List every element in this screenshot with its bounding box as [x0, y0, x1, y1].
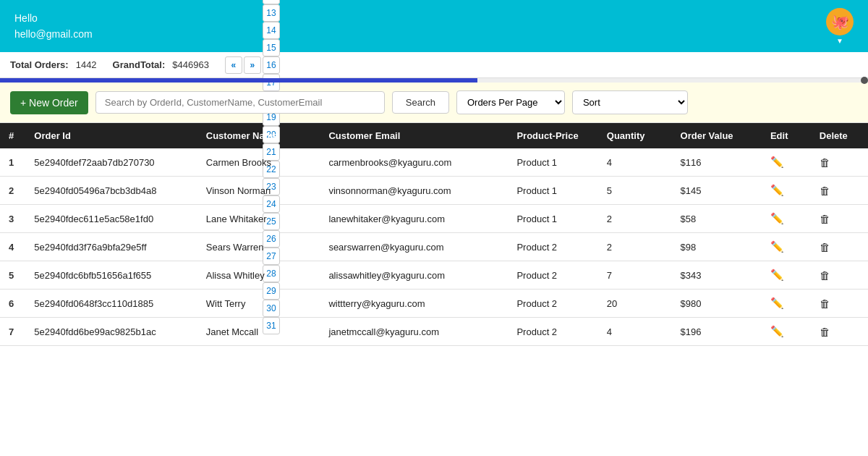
page-btn-14[interactable]: 14	[263, 22, 280, 39]
row-value: $196	[672, 318, 762, 346]
user-name: Hello	[14, 10, 93, 26]
page-btn-15[interactable]: 15	[263, 39, 280, 56]
table-row: 3 5e2940fdec611e5ac58e1fd0 Lane Whitaker…	[0, 205, 868, 233]
row-value: $980	[672, 290, 762, 318]
row-num: 6	[0, 290, 25, 318]
delete-icon[interactable]: 🗑	[820, 326, 830, 338]
row-email: janetmccall@kyaguru.com	[320, 318, 508, 346]
col-edit: Edit	[762, 123, 811, 148]
row-edit-cell: ✏️	[762, 261, 811, 290]
orders-table: # Order Id Customer Name Customer Email …	[0, 123, 868, 346]
row-edit-cell: ✏️	[762, 290, 811, 318]
delete-icon[interactable]: 🗑	[820, 269, 830, 282]
row-value: $116	[672, 148, 762, 177]
search-input[interactable]	[95, 91, 385, 114]
row-product: Product 2	[508, 261, 597, 290]
page-btn-12[interactable]: 12	[263, 0, 280, 4]
page-btn-26[interactable]: 26	[263, 230, 280, 248]
page-btn-24[interactable]: 24	[263, 195, 280, 213]
row-email: searswarren@kyaguru.com	[320, 233, 508, 261]
row-order-id: 5e2940fdd3f76a9bfa29e5ff	[25, 233, 197, 261]
edit-icon[interactable]: ✏️	[770, 184, 784, 196]
progress-bar-fill	[0, 78, 477, 83]
col-delete: Delete	[811, 123, 868, 148]
progress-bar	[0, 78, 868, 83]
table-row: 1 5e2940fdef72aab7db270730 Carmen Brooks…	[0, 148, 868, 177]
row-email: vinsonnorman@kyaguru.com	[320, 177, 508, 205]
edit-icon[interactable]: ✏️	[770, 297, 784, 309]
col-qty: Quantity	[598, 123, 672, 148]
table-row: 5 5e2940fdc6bfb51656a1f655 Alissa Whitle…	[0, 261, 868, 290]
search-button[interactable]: Search	[392, 91, 449, 114]
row-email: lanewhitaker@kyaguru.com	[320, 205, 508, 233]
row-edit-cell: ✏️	[762, 233, 811, 261]
delete-icon[interactable]: 🗑	[820, 213, 830, 225]
row-product: Product 1	[508, 205, 597, 233]
row-num: 5	[0, 261, 25, 290]
row-delete-cell: 🗑	[811, 318, 868, 346]
row-quantity: 4	[598, 318, 672, 346]
edit-icon[interactable]: ✏️	[770, 156, 784, 168]
row-email: alissawhitley@kyaguru.com	[320, 261, 508, 290]
edit-icon[interactable]: ✏️	[770, 325, 784, 337]
pagination-next[interactable]: »	[244, 56, 261, 74]
row-email: wittterry@kyaguru.com	[320, 290, 508, 318]
row-value: $145	[672, 177, 762, 205]
page-btn-27[interactable]: 27	[263, 248, 280, 265]
page-btn-31[interactable]: 31	[263, 317, 280, 334]
row-order-id: 5e2940fdec611e5ac58e1fd0	[25, 205, 197, 233]
row-edit-cell: ✏️	[762, 318, 811, 346]
row-email: carmenbrooks@kyaguru.com	[320, 148, 508, 177]
row-value: $58	[672, 205, 762, 233]
col-email: Customer Email	[320, 123, 508, 148]
page-btn-30[interactable]: 30	[263, 300, 280, 317]
row-num: 7	[0, 318, 25, 346]
row-order-id: 5e2940fdd6be99ac9825b1ac	[25, 318, 197, 346]
row-quantity: 2	[598, 233, 672, 261]
row-delete-cell: 🗑	[811, 261, 868, 290]
row-product: Product 2	[508, 290, 597, 318]
delete-icon[interactable]: 🗑	[820, 156, 830, 169]
page-btn-13[interactable]: 13	[263, 4, 280, 22]
page-btn-16[interactable]: 16	[263, 56, 280, 74]
avatar-chevron-icon: ▼	[836, 37, 843, 45]
row-product: Product 2	[508, 318, 597, 346]
total-orders-label: Total Orders:	[10, 59, 69, 70]
edit-icon[interactable]: ✏️	[770, 212, 784, 224]
col-orderid: Order Id	[25, 123, 197, 148]
avatar-wrap[interactable]: 🐙 ▼	[826, 8, 854, 45]
row-edit-cell: ✏️	[762, 148, 811, 177]
row-order-id: 5e2940fd05496a7bcb3db4a8	[25, 177, 197, 205]
avatar-icon: 🐙	[831, 13, 849, 30]
progress-dot	[861, 77, 868, 84]
row-quantity: 2	[598, 205, 672, 233]
orders-per-page-select[interactable]: Orders Per Page 10 25 50	[456, 90, 565, 114]
new-order-button[interactable]: + New Order	[10, 91, 88, 114]
edit-icon[interactable]: ✏️	[770, 240, 784, 253]
table-row: 4 5e2940fdd3f76a9bfa29e5ff Sears Warren …	[0, 233, 868, 261]
row-value: $343	[672, 261, 762, 290]
avatar[interactable]: 🐙	[826, 8, 854, 35]
row-num: 2	[0, 177, 25, 205]
pagination-prev[interactable]: «	[225, 56, 242, 74]
row-delete-cell: 🗑	[811, 205, 868, 233]
row-product: Product 1	[508, 177, 597, 205]
row-edit-cell: ✏️	[762, 205, 811, 233]
row-num: 1	[0, 148, 25, 177]
row-delete-cell: 🗑	[811, 148, 868, 177]
sub-header: Total Orders: 1442 GrandTotal: $446963 «…	[0, 52, 868, 78]
sort-select[interactable]: Sort Order Id Customer Name Order Value	[572, 90, 688, 114]
toolbar: + New Order Search Orders Per Page 10 25…	[0, 83, 868, 123]
delete-icon[interactable]: 🗑	[820, 297, 830, 310]
total-orders-value: 1442	[76, 59, 97, 70]
page-btn-29[interactable]: 29	[263, 282, 280, 300]
delete-icon[interactable]: 🗑	[820, 241, 830, 253]
page-btn-28[interactable]: 28	[263, 265, 280, 282]
table-header-row: # Order Id Customer Name Customer Email …	[0, 123, 868, 148]
col-hash: #	[0, 123, 25, 148]
edit-icon[interactable]: ✏️	[770, 269, 784, 281]
delete-icon[interactable]: 🗑	[820, 185, 830, 197]
row-quantity: 4	[598, 148, 672, 177]
grand-total-label: GrandTotal:	[113, 59, 166, 70]
row-num: 4	[0, 233, 25, 261]
